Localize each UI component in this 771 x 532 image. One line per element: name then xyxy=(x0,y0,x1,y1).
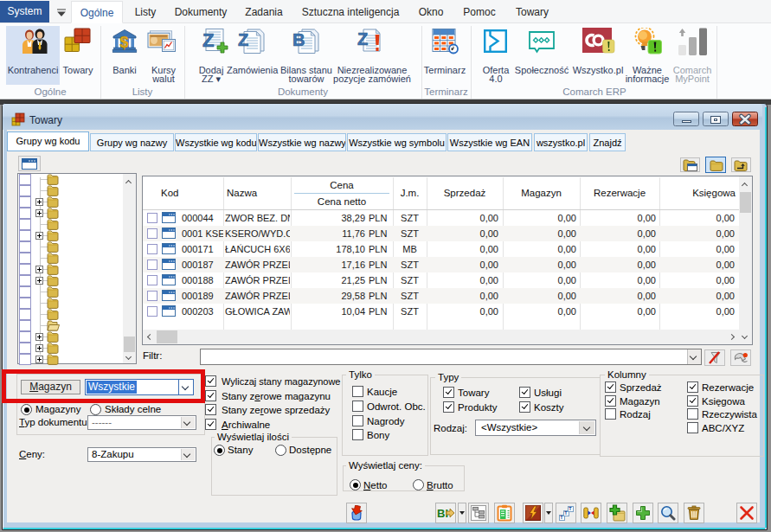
svg-text:Z: Z xyxy=(238,30,248,49)
svg-text:B: B xyxy=(292,30,305,49)
svg-text:Z: Z xyxy=(202,29,214,51)
svg-text:$: $ xyxy=(120,34,129,51)
svg-text:Z: Z xyxy=(357,29,368,48)
